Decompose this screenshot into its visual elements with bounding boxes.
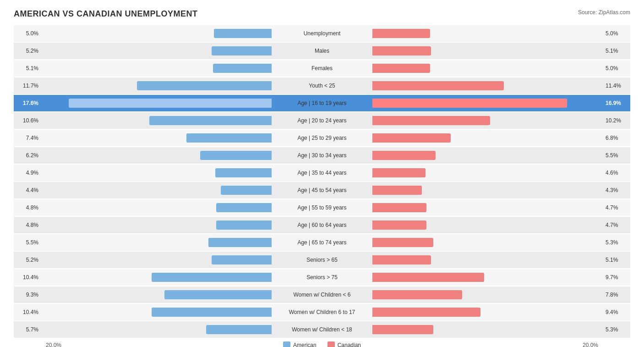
chart-row: 9.3% Women w/ Children < 6 7.8%: [14, 286, 630, 303]
row-inner: 7.4% Age | 25 to 29 years 6.8%: [14, 130, 630, 146]
bar-left: [214, 29, 272, 38]
bar-right-container: [372, 29, 603, 38]
bar-right-container: [372, 64, 603, 73]
chart-title: AMERICAN VS CANADIAN UNEMPLOYMENT: [14, 9, 198, 19]
bar-right: [372, 29, 430, 38]
bar-left-container: [41, 29, 272, 38]
val-right: 5.1%: [603, 48, 630, 54]
bar-left: [221, 186, 272, 195]
row-inner: 17.6% Age | 16 to 19 years 16.9%: [14, 95, 630, 111]
row-inner: 10.4% Women w/ Children 6 to 17 9.4%: [14, 304, 630, 320]
val-left: 4.8%: [14, 204, 41, 211]
chart-row: 5.2% Males 5.1%: [14, 43, 630, 59]
chart-container: AMERICAN VS CANADIAN UNEMPLOYMENT Source…: [0, 0, 644, 347]
val-right: 5.0%: [603, 65, 630, 72]
val-right: 6.8%: [603, 135, 630, 141]
row-inner: 11.7% Youth < 25 11.4%: [14, 77, 630, 94]
bar-right: [372, 325, 433, 334]
val-right: 5.1%: [603, 257, 630, 263]
row-inner: 4.8% Age | 55 to 59 years 4.7%: [14, 199, 630, 216]
row-label: Unemployment: [272, 30, 372, 37]
chart-row: 5.2% Seniors > 65 5.1%: [14, 252, 630, 268]
chart-row: 5.1% Females 5.0%: [14, 60, 630, 77]
row-label: Females: [272, 65, 372, 72]
val-left: 11.7%: [14, 83, 41, 89]
bar-right-container: [372, 273, 603, 282]
legend-item-american: American: [283, 341, 317, 347]
chart-row: 4.9% Age | 35 to 44 years 4.6%: [14, 165, 630, 181]
bar-right-container: [372, 238, 603, 247]
bar-right-container: [372, 46, 603, 55]
bar-left: [152, 273, 272, 282]
bar-left: [137, 81, 272, 90]
bar-right: [372, 203, 426, 212]
bar-left: [208, 238, 272, 247]
bar-left-container: [41, 238, 272, 247]
val-right: 11.4%: [603, 83, 630, 89]
bar-right: [372, 99, 567, 108]
val-left: 10.4%: [14, 274, 41, 281]
val-left: 4.9%: [14, 170, 41, 176]
row-inner: 4.4% Age | 45 to 54 years 4.3%: [14, 182, 630, 198]
bar-left: [206, 325, 272, 334]
bar-right: [372, 81, 504, 90]
bar-left: [216, 220, 272, 230]
bar-right: [372, 186, 422, 195]
bar-right: [372, 168, 426, 177]
bar-left: [215, 168, 272, 177]
chart-row: 5.5% Age | 65 to 74 years 5.3%: [14, 234, 630, 251]
chart-row: 7.4% Age | 25 to 29 years 6.8%: [14, 130, 630, 146]
chart-row: 4.8% Age | 60 to 64 years 4.7%: [14, 217, 630, 233]
bar-left: [213, 64, 272, 73]
row-label: Age | 25 to 29 years: [272, 135, 372, 141]
row-label: Age | 35 to 44 years: [272, 170, 372, 176]
chart-row: 10.6% Age | 20 to 24 years 10.2%: [14, 112, 630, 129]
row-label: Women w/ Children 6 to 17: [272, 309, 372, 315]
bar-right-container: [372, 308, 603, 317]
bar-left: [212, 255, 272, 264]
row-label: Seniors > 65: [272, 257, 372, 263]
chart-row: 6.2% Age | 30 to 34 years 5.5%: [14, 147, 630, 164]
val-left: 7.4%: [14, 135, 41, 141]
chart-row: 10.4% Seniors > 75 9.7%: [14, 269, 630, 286]
val-right: 9.7%: [603, 274, 630, 281]
legend-item-canadian: Canadian: [327, 341, 361, 347]
chart-row: 5.0% Unemployment 5.0%: [14, 25, 630, 42]
val-right: 5.3%: [603, 326, 630, 333]
chart-row: 5.7% Women w/ Children < 18 5.3%: [14, 321, 630, 338]
row-label: Age | 16 to 19 years: [272, 100, 372, 106]
chart-footer: 20.0% American Canadian 20.0%: [14, 341, 630, 347]
val-right: 9.4%: [603, 309, 630, 315]
bar-right-container: [372, 81, 603, 90]
bar-left: [186, 133, 272, 143]
val-right: 16.9%: [603, 100, 630, 106]
bar-left-container: [41, 290, 272, 299]
bar-left: [216, 203, 272, 212]
row-label: Age | 30 to 34 years: [272, 152, 372, 159]
val-right: 4.6%: [603, 170, 630, 176]
bar-right: [372, 255, 431, 264]
bar-right: [372, 64, 430, 73]
row-label: Youth < 25: [272, 83, 372, 89]
val-right: 4.3%: [603, 187, 630, 193]
row-inner: 6.2% Age | 30 to 34 years 5.5%: [14, 147, 630, 164]
bar-right-container: [372, 220, 603, 230]
val-right: 7.8%: [603, 292, 630, 298]
bar-left-container: [41, 255, 272, 264]
val-right: 5.5%: [603, 152, 630, 159]
bar-left-container: [41, 273, 272, 282]
bar-left: [152, 308, 272, 317]
val-left: 4.8%: [14, 222, 41, 228]
bar-right: [372, 238, 433, 247]
val-left: 5.5%: [14, 239, 41, 246]
legend: American Canadian: [283, 341, 361, 347]
legend-box-canadian: [327, 341, 335, 347]
bar-left-container: [41, 168, 272, 177]
bar-right: [372, 46, 431, 55]
chart-header: AMERICAN VS CANADIAN UNEMPLOYMENT Source…: [14, 9, 630, 19]
row-label: Age | 20 to 24 years: [272, 117, 372, 124]
bar-right: [372, 116, 490, 125]
bar-left-container: [41, 151, 272, 160]
chart-row: 11.7% Youth < 25 11.4%: [14, 77, 630, 94]
bar-left-container: [41, 64, 272, 73]
